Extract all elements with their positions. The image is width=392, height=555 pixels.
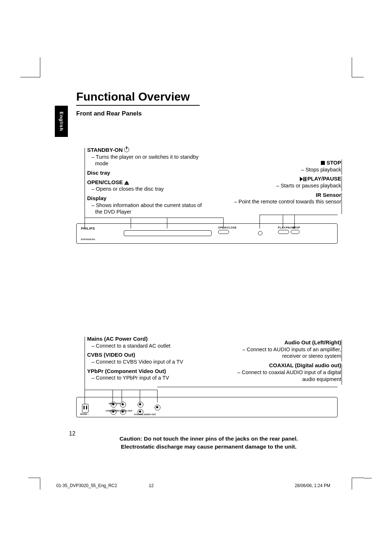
lead-line <box>157 387 338 387</box>
crop-mark-tl <box>28 65 40 77</box>
callout-cvbs: CVBS (VIDEO Out) Connect to CVBS Video i… <box>87 351 211 365</box>
eject-icon <box>124 181 129 184</box>
stop-icon <box>321 161 325 165</box>
manual-page: English Functional Overview Front and Re… <box>0 0 392 555</box>
model-label: DVP3020/55 <box>81 238 95 241</box>
front-panel-diagram: STANDBY-ON Turns the player on or switch… <box>76 146 341 244</box>
open-close-btn <box>218 230 229 234</box>
front-right-callouts: STOP Stops playback PLAY/PAUSE Starts or… <box>232 159 341 207</box>
guide-line <box>341 176 342 191</box>
lead-line <box>283 215 283 228</box>
component-label: COMPONENT VIDEO OUT <box>106 410 132 413</box>
lead-line <box>85 390 157 390</box>
crop-mark-bl <box>28 478 40 490</box>
rear-panel-diagram: Mains (AC Power Cord) Connect to a stand… <box>76 335 341 422</box>
callout-play-pause: PLAY/PAUSE Starts or pauses playback <box>232 175 341 189</box>
subtitle: Front and Rear Panels <box>76 110 341 117</box>
lead-line <box>167 218 167 228</box>
lead-line <box>223 218 224 228</box>
page-title: Functional Overview <box>76 90 341 104</box>
footer-file: 01-35_DVP3020_55_Eng_RC2 <box>56 483 117 488</box>
callout-mains: Mains (AC Power Cord) Connect to a stand… <box>87 335 211 349</box>
brand-label: PHILIPS <box>81 227 95 231</box>
stop-label: STOP <box>293 226 300 229</box>
callout-ypbpr: YPbPr (Component Video Out) Connect to Y… <box>87 368 211 381</box>
lead-line <box>85 218 223 218</box>
front-left-callouts: STANDBY-ON Turns the player on or switch… <box>87 146 211 218</box>
audio-l-jack <box>138 402 143 408</box>
device-rear: MAINS ~ VIDEO OUT COMPONENT VIDEO OUT AU… <box>76 397 338 417</box>
content: Functional Overview Front and Rear Panel… <box>76 90 341 450</box>
guide-line <box>85 337 85 404</box>
guide-line <box>341 340 342 361</box>
callout-display: Display Shows information about the curr… <box>87 195 211 215</box>
coax-label: COAXIAL <box>134 413 144 416</box>
guide-line <box>341 193 342 214</box>
rear-left-callouts: Mains (AC Power Cord) Connect to a stand… <box>87 335 211 384</box>
footer-page: 12 <box>149 483 154 488</box>
callout-audio-out: Audio Out (Left/Right) Connect to AUDIO … <box>229 339 341 360</box>
play-pause-btn <box>278 230 289 234</box>
caution-text: Caution: Do not touch the inner pins of … <box>76 435 341 450</box>
footer-date: 28/06/06, 1:24 PM <box>295 483 330 488</box>
callout-open-close: OPEN/CLOSE Opens or closes the disc tray <box>87 179 211 193</box>
callout-coaxial: COAXIAL (Digital audio out) Connect to c… <box>229 362 341 382</box>
device-front: PHILIPS DVP3020/55 OPEN/CLOSE PLAY/PAUSE… <box>76 223 338 244</box>
standby-icon <box>124 147 129 152</box>
lead-line <box>131 218 131 228</box>
open-close-label: OPEN/CLOSE <box>218 226 237 229</box>
stop-btn <box>291 230 299 234</box>
cvbs-jack <box>111 402 117 408</box>
guide-line <box>341 159 342 175</box>
language-tab: English <box>55 106 68 137</box>
guide-line <box>85 148 85 228</box>
ir-sensor-dot <box>258 231 262 235</box>
lead-line <box>294 215 295 228</box>
lead-line <box>260 215 260 228</box>
page-number: 12 <box>69 430 75 437</box>
coax-jack <box>155 405 160 410</box>
title-rule <box>76 105 200 106</box>
play-icon <box>300 177 303 181</box>
audio-label: AUDIO OUT <box>144 413 156 416</box>
guide-line <box>341 364 342 385</box>
disc-tray-slot <box>124 230 212 236</box>
callout-stop: STOP Stops playback <box>232 159 341 173</box>
callout-ir-sensor: IR Sensor Point the remote control towar… <box>232 191 341 205</box>
crop-mark-tr <box>352 65 364 77</box>
mains-label: MAINS ~ <box>80 413 89 416</box>
mains-connector <box>82 404 89 413</box>
rear-right-callouts: Audio Out (Left/Right) Connect to AUDIO … <box>229 339 341 385</box>
callout-disc-tray: Disc tray <box>87 169 211 177</box>
lead-line <box>260 215 338 215</box>
crop-mark-br <box>352 478 364 490</box>
callout-standby: STANDBY-ON Turns the player on or switch… <box>87 146 211 167</box>
y-jack <box>120 402 126 408</box>
pause-icon <box>303 177 305 181</box>
